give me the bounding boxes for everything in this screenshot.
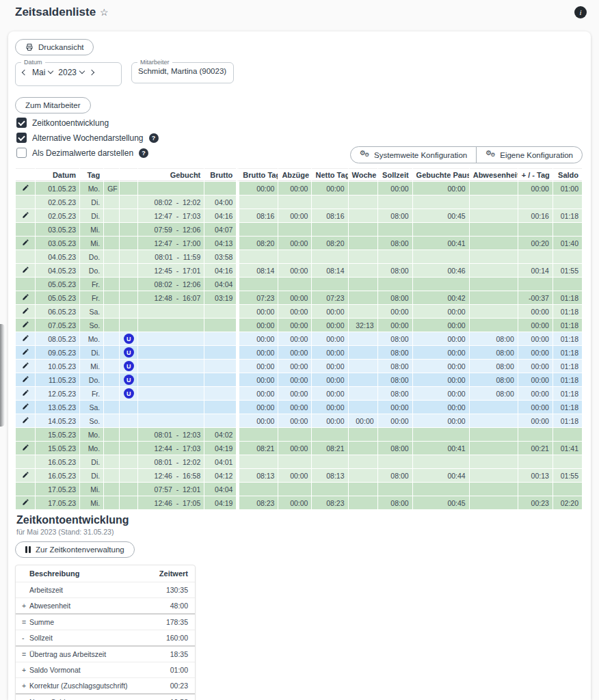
main-card: Druckansicht Datum Mai 2023 Mitarbeiter … <box>8 31 591 700</box>
badge-cell <box>120 182 137 195</box>
summary-value: 160:00 <box>153 630 195 647</box>
netto-tag-cell: 08:16 <box>312 209 347 222</box>
datum-cell: 04.05.23 <box>36 250 79 263</box>
woche-cell: 00:00 <box>349 414 377 427</box>
edit-pencil-icon[interactable] <box>22 293 29 301</box>
edit-pencil-icon[interactable] <box>22 416 29 424</box>
print-view-label: Druckansicht <box>38 43 83 51</box>
help-icon[interactable]: ? <box>149 133 159 143</box>
edit-pencil-icon[interactable] <box>22 307 29 314</box>
edit-pencil-icon[interactable] <box>22 348 29 355</box>
columns-icon <box>25 546 31 553</box>
edit-cell <box>16 223 35 236</box>
to-time-account-management-button[interactable]: Zur Zeitkontenverwaltung <box>15 541 135 558</box>
netto-tag-cell: 08:20 <box>312 237 347 250</box>
saldo-cell: 01:18 <box>553 360 582 373</box>
netto-tag-cell: 00:00 <box>312 414 347 427</box>
checkbox-zeitkontoentwicklung[interactable] <box>16 118 27 128</box>
datum-cell: 10.05.23 <box>36 360 79 373</box>
next-month-icon[interactable] <box>89 70 94 75</box>
sollzeit-cell: 08:00 <box>378 264 412 277</box>
sollzeit-cell: 08:00 <box>378 387 412 400</box>
flag-cell <box>104 305 119 318</box>
employee-field-label: Mitarbeiter <box>137 59 172 66</box>
plus-minus-tag-cell <box>518 223 553 236</box>
gebucht-cell <box>138 305 204 318</box>
edit-pencil-icon[interactable] <box>22 375 29 383</box>
edit-pencil-icon[interactable] <box>22 211 29 219</box>
account-summary-card: Beschreibung Zeitwert Arbeitszeit130:35+… <box>15 565 196 700</box>
edit-pencil-icon[interactable] <box>22 498 29 506</box>
gebuchte-pausen-cell: 00:41 <box>413 237 469 250</box>
help-icon[interactable]: ? <box>139 148 148 158</box>
abwesenheit-cell <box>470 401 518 414</box>
table-row: 15.05.23Mo.08:01 - 12:0304:02 <box>16 428 582 441</box>
tag-cell: Mo. <box>80 442 103 455</box>
favorite-star-icon[interactable]: ☆ <box>100 7 109 18</box>
edit-pencil-icon[interactable] <box>22 362 29 369</box>
abwesenheit-cell: 08:00 <box>470 360 518 373</box>
edit-pencil-icon[interactable] <box>22 266 29 273</box>
netto-tag-cell: 00:00 <box>312 182 347 195</box>
employee-field[interactable]: Mitarbeiter Schmidt, Martina (90023) <box>131 59 234 83</box>
tag-cell: Sa. <box>80 401 103 414</box>
abzuege-cell: 00:00 <box>278 305 311 318</box>
brutto-tag-cell: 07:23 <box>237 291 278 304</box>
to-employee-button[interactable]: Zum Mitarbeiter <box>15 97 91 113</box>
tag-cell: Do. <box>80 264 103 277</box>
plus-minus-tag-cell: -00:37 <box>518 291 553 304</box>
edit-pencil-icon[interactable] <box>22 184 29 191</box>
col-netto-tag: Netto Tag <box>312 168 347 181</box>
abwesenheit-cell <box>470 305 518 318</box>
edit-pencil-icon[interactable] <box>22 321 29 328</box>
summary-col-zeitwert: Zeitwert <box>153 565 195 582</box>
edit-pencil-icon[interactable] <box>22 334 29 342</box>
gebuchte-pausen-cell: 00:00 <box>413 319 469 332</box>
abzuege-cell: 00:00 <box>278 319 311 332</box>
edit-pencil-icon[interactable] <box>22 471 29 479</box>
prev-month-icon[interactable] <box>22 70 27 75</box>
systemwide-configuration-button[interactable]: ⚙⚙ Systemweite Konfiguration <box>350 146 477 163</box>
netto-tag-cell: 08:21 <box>312 442 347 455</box>
col-gebucht: Gebucht <box>138 168 204 181</box>
datum-cell: 15.05.23 <box>36 442 79 455</box>
table-row: 17.05.23Mi.12:46 - 17:0504:1908:2300:000… <box>16 496 582 509</box>
brutto-tag-cell: 00:00 <box>237 305 278 318</box>
brutto-cell: 04:07 <box>204 223 236 236</box>
side-drawer-handle[interactable] <box>0 324 5 427</box>
flag-cell <box>104 291 119 304</box>
summary-row: =Neuer Saldo19:58 <box>16 694 195 700</box>
checkbox-alternative-wochendarstellung[interactable] <box>16 133 27 143</box>
plus-minus-tag-cell: 00:00 <box>518 346 553 359</box>
summary-value: 00:23 <box>153 678 195 695</box>
woche-cell <box>349 469 377 482</box>
year-select[interactable]: 2023 <box>58 68 84 77</box>
abzuege-cell <box>278 250 311 263</box>
own-configuration-button[interactable]: ⚙⚙ Eigene Konfiguration <box>476 146 583 163</box>
woche-cell: 32:13 <box>349 319 377 332</box>
table-row: 07.05.23So.00:0000:0000:0032:1300:0000:0… <box>16 319 582 332</box>
month-select[interactable]: Mai <box>32 68 53 77</box>
table-row: 03.05.23Mi.07:59 - 12:0604:07 <box>16 223 582 236</box>
print-view-button[interactable]: Druckansicht <box>15 39 94 55</box>
abzuege-cell: 00:00 <box>278 496 311 509</box>
table-row: 05.05.23Fr.12:48 - 16:0703:1907:2300:000… <box>16 291 582 304</box>
netto-tag-cell: 00:00 <box>312 401 347 414</box>
tag-cell: Di. <box>80 455 103 468</box>
table-row: 03.05.23Mi.12:47 - 17:0004:1308:2000:000… <box>16 237 582 250</box>
info-icon[interactable]: i <box>574 6 587 18</box>
checkbox-als-dezimalwerte[interactable] <box>16 148 27 158</box>
datum-cell: 17.05.23 <box>36 496 79 509</box>
plus-minus-tag-cell: 00:00 <box>518 373 553 386</box>
gebuchte-pausen-cell: 00:45 <box>413 209 469 222</box>
abwesenheit-cell <box>470 469 518 482</box>
edit-pencil-icon[interactable] <box>22 444 29 451</box>
edit-pencil-icon[interactable] <box>22 403 29 410</box>
summary-label: Korrektur (Zuschlagsgutschrift) <box>29 678 153 695</box>
edit-pencil-icon[interactable] <box>22 389 29 396</box>
summary-value: 48:00 <box>153 598 195 615</box>
gebucht-cell: 12:48 - 16:07 <box>138 291 204 304</box>
datum-cell: 12.05.23 <box>36 387 79 400</box>
edit-pencil-icon[interactable] <box>22 239 29 246</box>
col-flag <box>104 168 119 181</box>
